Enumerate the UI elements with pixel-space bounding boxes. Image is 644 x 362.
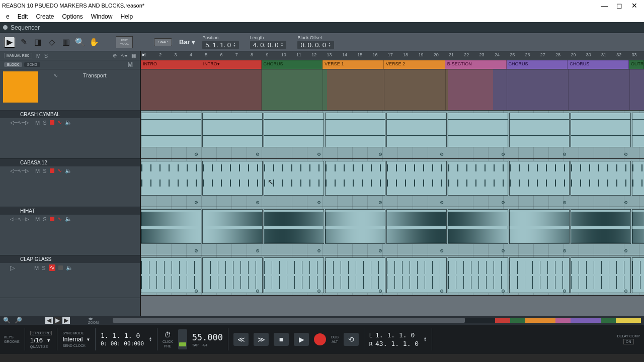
qrecord-button[interactable]: Q RECORD — [30, 331, 52, 335]
block-offset-spinner[interactable]: ▲▼ — [328, 42, 331, 48]
block-mode-button[interactable]: BLOCK — [4, 62, 22, 67]
solo-button[interactable]: S — [42, 265, 45, 271]
audio-clip[interactable] — [264, 257, 324, 293]
track-name[interactable]: CLAP GLASS — [0, 255, 140, 263]
comp-icon[interactable]: ⚙ — [440, 152, 444, 157]
rewind-button[interactable]: ≪ — [233, 333, 249, 346]
audio-clip[interactable] — [509, 257, 570, 293]
loop-r-value[interactable]: 43. 1. 1. 0 — [375, 340, 419, 347]
audio-clip[interactable] — [571, 257, 631, 293]
eraser-tool[interactable]: ◨ — [32, 37, 43, 48]
menu-create[interactable]: Create — [32, 13, 58, 20]
audio-clip[interactable] — [141, 209, 201, 244]
block-verse2[interactable]: VERSE 2 — [384, 60, 445, 69]
comp-icon[interactable]: ⚙ — [194, 248, 198, 253]
edit-mode-button[interactable]: EDIT MODE — [116, 36, 133, 48]
block-bsection[interactable]: B-SECTION — [445, 60, 507, 69]
alt-label[interactable]: ALT — [332, 340, 338, 343]
audio-clip[interactable] — [386, 209, 447, 244]
hand-tool[interactable]: ✋ — [89, 37, 100, 48]
menu-file[interactable]: e — [2, 13, 14, 20]
record-arm-button[interactable] — [50, 120, 54, 125]
audio-clip[interactable] — [632, 209, 644, 244]
solo-button[interactable]: S — [43, 120, 46, 126]
record-button[interactable] — [314, 333, 326, 345]
dub-label[interactable]: DUB — [331, 335, 339, 339]
audio-clip[interactable] — [632, 113, 644, 147]
length-value[interactable]: 4. 0. 0. 0 — [253, 41, 279, 49]
block-chorus[interactable]: CHORUS — [507, 60, 568, 69]
comp-icon[interactable]: ⚙ — [378, 248, 382, 253]
song-mode-button[interactable]: SONG — [24, 62, 41, 67]
audio-clip[interactable] — [571, 209, 631, 244]
zoom-out-icon[interactable]: 🔍 — [3, 317, 11, 324]
audio-clip[interactable] — [141, 257, 201, 293]
zoom-in-icon[interactable]: 🔎 — [15, 317, 22, 324]
loop-button[interactable]: ⟲ — [344, 333, 359, 346]
razor-tool[interactable]: ◇ — [46, 37, 57, 48]
time-display[interactable]: 0: 00: 00:000 — [101, 340, 144, 347]
comp-icon[interactable]: ⚙ — [440, 248, 444, 253]
groove-label[interactable]: GROOVE — [4, 340, 20, 343]
pre-label[interactable]: PRE — [164, 344, 171, 348]
audio-clip[interactable] — [325, 113, 385, 147]
comp-icon[interactable]: ⚙ — [562, 200, 567, 205]
comp-icon[interactable]: ⚙ — [562, 248, 567, 253]
solo-button[interactable]: S — [43, 168, 46, 174]
block-offset-field[interactable]: Block Offset 0. 0. 0. 0▲▼ — [297, 35, 334, 49]
comp-icon[interactable]: ⚙ — [624, 152, 628, 157]
global-mute-solo[interactable]: M S — [36, 53, 49, 59]
comp-icon[interactable]: ⚙ — [624, 200, 628, 205]
audio-clip[interactable] — [571, 161, 631, 196]
manual-rec-button[interactable]: MANUAL REC — [4, 53, 32, 58]
mute-button[interactable]: M — [35, 216, 40, 222]
keys-label[interactable]: KEYS — [4, 335, 14, 339]
audio-clip[interactable] — [141, 113, 201, 147]
play-button[interactable]: ▶ — [294, 333, 309, 346]
lane-clap-glass[interactable]: ⚙⚙⚙⚙⚙⚙⚙⚙⚙⚙⚙ — [141, 255, 644, 296]
comp-icon[interactable]: ⚙ — [501, 152, 505, 157]
audio-clip[interactable] — [386, 161, 447, 196]
click-label[interactable]: CLICK — [163, 340, 173, 343]
audio-clip[interactable] — [632, 257, 644, 293]
loop-l-value[interactable]: 1. 1. 1. 0 — [375, 331, 415, 339]
expand-icon[interactable]: ▷ — [10, 264, 15, 272]
audio-clip[interactable] — [632, 161, 644, 196]
transport-lane[interactable] — [141, 69, 644, 111]
comp-icon[interactable]: ⚙ — [317, 248, 321, 253]
audio-clip[interactable] — [141, 161, 201, 196]
position-display[interactable]: 1. 1. 1. 0 — [101, 332, 140, 339]
send-clock-label[interactable]: SEND CLOCK — [62, 344, 86, 347]
audio-clip[interactable] — [386, 257, 447, 293]
block-intro[interactable]: INTRO — [141, 60, 201, 69]
time-sig[interactable]: 4/4 — [202, 343, 207, 347]
transport-track-head[interactable]: ∿ Transport — [0, 69, 140, 111]
comp-icon[interactable]: ⚙ — [317, 200, 321, 205]
audio-clip[interactable] — [448, 113, 508, 147]
comp-icon[interactable]: ⚙ — [624, 248, 628, 253]
arrow-tool[interactable]: ▶ — [4, 37, 15, 48]
audio-clip[interactable] — [264, 161, 324, 196]
comp-icon[interactable]: ⚙ — [256, 200, 260, 205]
monitor-icon[interactable]: 🔈 — [66, 264, 73, 271]
position-field[interactable]: Position 5. 1. 1. 0▲▼ — [202, 35, 239, 49]
position-spinner[interactable]: ▲▼ — [149, 337, 152, 342]
close-button[interactable]: ✕ — [627, 2, 642, 10]
track-head-crash-cymbal[interactable]: CRASH CYMBAL ◁─∿─▷ M S ∿ 🔈 — [0, 111, 140, 159]
mute-button[interactable]: M — [35, 120, 40, 126]
loop-spinner[interactable]: ▲▼ — [424, 337, 427, 342]
monitor-icon[interactable]: 🔈 — [65, 119, 72, 126]
metronome-icon[interactable]: ⏱ — [164, 331, 171, 339]
block-outr[interactable]: OUTR — [629, 60, 644, 69]
record-arm-button[interactable] — [58, 265, 63, 270]
comp-icon[interactable]: ⚙ — [501, 289, 505, 294]
automation-icon[interactable]: ∿ — [49, 264, 55, 271]
block-intro[interactable]: INTRO▾ — [201, 60, 262, 69]
comp-icon[interactable]: ⚙ — [256, 289, 260, 294]
block-verse1[interactable]: VERSE 1 — [323, 60, 384, 69]
audio-clip[interactable] — [264, 113, 324, 147]
track-name[interactable]: CRASH CYMBAL — [0, 111, 140, 118]
pencil-tool[interactable]: ✎ — [18, 37, 29, 48]
audio-clip[interactable] — [264, 209, 324, 244]
stop-button[interactable]: ■ — [274, 333, 289, 346]
